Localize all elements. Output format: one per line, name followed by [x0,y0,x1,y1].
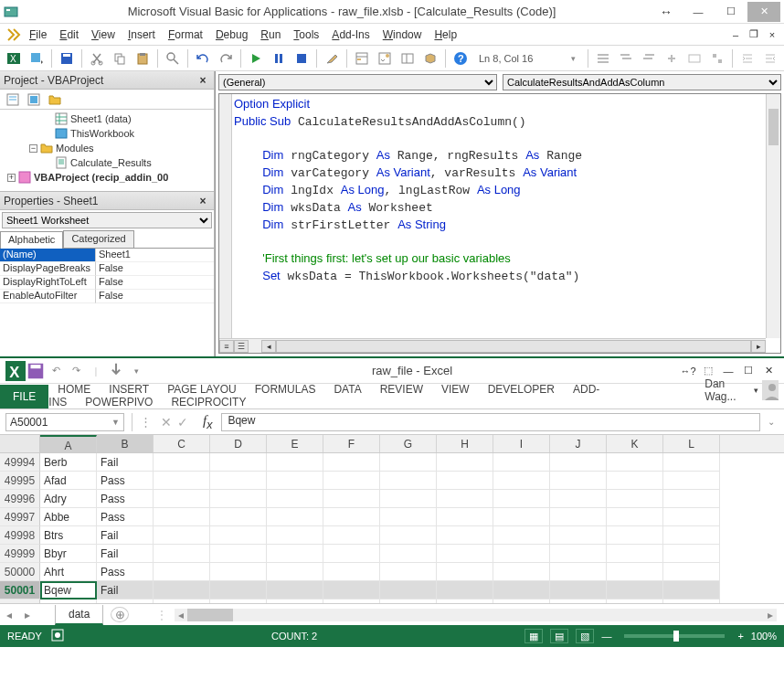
cell[interactable] [154,563,210,581]
cell[interactable] [210,490,267,508]
edit-tb-2[interactable] [616,48,636,69]
toolbar-options-icon[interactable]: ▾ [563,48,583,69]
horizontal-scrollbar[interactable]: ◂ ▸ [175,609,777,621]
cell[interactable] [154,508,210,526]
cell[interactable]: Bbyr [40,545,97,563]
column-header[interactable]: C [154,435,210,452]
maximize-button[interactable]: ☐ [715,2,747,22]
code-scroll-left-icon[interactable]: ◂ [261,340,276,353]
menu-view[interactable]: View [91,28,115,41]
expand-formula-icon[interactable]: ⌄ [764,417,779,427]
cell[interactable] [380,490,437,508]
select-all-corner[interactable] [0,435,40,452]
cell[interactable] [607,453,663,472]
menu-add-ins[interactable]: Add-Ins [332,28,369,41]
cell[interactable] [267,599,323,603]
zoom-slider[interactable] [624,634,725,638]
cell[interactable] [493,453,550,472]
menu-insert[interactable]: Insert [128,28,155,41]
cell[interactable] [550,508,607,526]
cancel-formula-icon[interactable]: ✕ [161,415,172,430]
cut-button[interactable] [87,48,107,69]
name-box[interactable]: A50001 ▼ [5,413,124,431]
object-browser-button[interactable] [397,48,418,69]
cell[interactable] [607,526,663,545]
edit-tb-4[interactable] [662,48,682,69]
copy-button[interactable] [110,48,130,69]
cell[interactable] [154,526,210,545]
cell[interactable] [607,581,663,599]
tab-alphabetic[interactable]: Alphabetic [0,231,63,249]
minimize-button[interactable]: — [682,2,715,22]
cell[interactable] [437,581,493,599]
row-header[interactable]: 50002 [0,599,40,603]
tab-file[interactable]: FILE [0,385,48,408]
cell[interactable] [210,599,267,603]
undo-button[interactable] [193,48,213,69]
cell[interactable] [607,472,663,490]
help-button[interactable]: ? [450,48,471,69]
column-header[interactable]: L [663,435,720,452]
column-header[interactable]: E [267,435,323,452]
tab-data[interactable]: DATA [324,377,370,401]
column-header[interactable]: K [607,435,663,452]
cell[interactable]: Btrs [40,526,97,545]
menu-debug[interactable]: Debug [216,28,248,41]
cell[interactable] [154,599,210,603]
edit-tb-5[interactable] [684,48,705,69]
enter-formula-icon[interactable]: ✓ [177,415,188,430]
fx-label-icon[interactable]: fx [203,413,212,431]
cell[interactable]: Fail [97,526,154,545]
cell[interactable] [210,453,267,472]
cell[interactable] [380,563,437,581]
cell[interactable] [607,490,663,508]
cell[interactable] [493,581,550,599]
close-button[interactable]: ✕ [747,2,780,22]
code-object-select[interactable]: (General) [218,74,497,90]
user-account[interactable]: Dan Wag... ▾ [695,372,784,408]
cell[interactable] [493,508,550,526]
menu-run[interactable]: Run [260,28,281,41]
cell[interactable] [493,545,550,563]
name-box-dropdown-icon[interactable]: ▼ [111,418,120,427]
cell[interactable] [154,581,210,599]
row-header[interactable]: 49998 [0,526,40,545]
cell[interactable] [550,581,607,599]
cell[interactable] [550,490,607,508]
cell[interactable] [323,472,380,490]
cell[interactable] [380,545,437,563]
cell[interactable] [40,599,97,603]
cell[interactable] [550,545,607,563]
tree-node[interactable]: +VBAProject (recip_addin_00 [2,170,212,185]
cell[interactable] [267,581,323,599]
tab-powerpivo[interactable]: POWERPIVO [76,390,162,414]
project-pane-close-icon[interactable]: × [196,73,210,88]
cell[interactable] [210,581,267,599]
cell[interactable] [154,472,210,490]
sheet-tab-data[interactable]: data [55,605,103,625]
cell[interactable] [323,545,380,563]
cell[interactable] [380,508,437,526]
excel-app-icon[interactable]: X [5,361,26,381]
table-row[interactable]: 49995AfadPass [0,472,784,490]
cell[interactable] [663,508,720,526]
cell[interactable] [97,599,154,603]
cell[interactable]: Pass [97,472,154,490]
row-header[interactable]: 49995 [0,472,40,490]
code-procedure-select[interactable]: CalculateResultsAndAddAsColumn [503,74,781,90]
cell[interactable] [550,526,607,545]
full-module-view-icon[interactable]: ☰ [234,340,249,353]
cell[interactable]: Bqew [40,581,97,599]
design-mode-button[interactable] [322,48,342,69]
cell[interactable] [437,508,493,526]
cell[interactable] [493,490,550,508]
save-icon[interactable] [26,361,46,381]
new-sheet-button[interactable]: ⊕ [111,607,129,622]
column-header[interactable]: D [210,435,267,452]
cell[interactable] [323,508,380,526]
cell[interactable] [550,453,607,472]
menu-edit[interactable]: Edit [59,28,79,41]
cell[interactable] [267,563,323,581]
edit-tb-6[interactable] [707,48,727,69]
cell[interactable]: Afad [40,472,97,490]
